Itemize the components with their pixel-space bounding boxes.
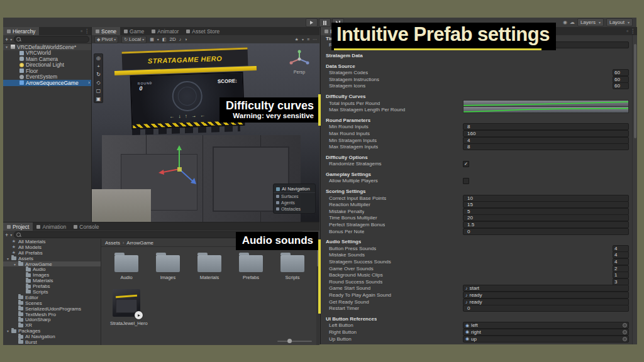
inspector-row[interactable]: Time Bonus Multiplier 20 [321, 215, 633, 222]
hierarchy-item[interactable]: EventSystem [3, 74, 91, 80]
more-menu-icon[interactable]: ⋯ [313, 37, 317, 42]
transform-gizmo[interactable] [158, 144, 202, 190]
property-value-field[interactable]: 15 [463, 201, 629, 208]
folder-item[interactable]: Audio [110, 253, 143, 280]
chevron-down-icon[interactable]: ▾ [10, 37, 12, 41]
view-tab[interactable]: Animator [148, 27, 182, 35]
bottom-tab[interactable]: Project [3, 222, 33, 231]
view-orientation-gizmo[interactable]: Persp [288, 50, 311, 74]
effects-icon[interactable]: ★ [295, 37, 299, 42]
property-value-field[interactable]: ♪ ready [463, 292, 629, 299]
project-tree-item[interactable]: Burst [3, 339, 101, 345]
panel-menu-icon[interactable]: ⋮ [630, 28, 635, 34]
property-value-field[interactable]: 0 [463, 305, 629, 312]
scene-viewport[interactable]: STRATAGAME HERO ROUND 0 SCORE: ← ↓ ↑ → ← [92, 43, 319, 222]
project-tree-item[interactable]: ▾ Assets [3, 256, 101, 261]
hierarchy-item[interactable]: ArrowSequenceGame › [3, 80, 91, 86]
view-tab[interactable]: Game [120, 27, 148, 35]
inspector-row[interactable]: Reaction Multiplier 15 [321, 201, 633, 208]
scene-tool-button[interactable] [94, 70, 103, 79]
lock-icon[interactable]: ▫ [80, 28, 82, 34]
property-value-field[interactable]: 5 [463, 208, 629, 215]
audio-toggle-icon[interactable]: ♪ [179, 37, 182, 41]
hierarchy-search-input[interactable] [14, 36, 89, 43]
create-asset-button[interactable]: + [5, 232, 8, 238]
bottom-tab[interactable]: Console [70, 222, 103, 231]
inspector-row[interactable]: Difficulty Curves [321, 93, 633, 100]
layout-dropdown[interactable]: Layout▾ [606, 18, 633, 26]
hierarchy-item[interactable]: Directional Light [3, 62, 91, 69]
expand-arrow[interactable]: ▾ [7, 329, 11, 333]
inspector-row[interactable]: Game Over Sounds 2 [321, 265, 633, 272]
curve-field[interactable] [463, 106, 629, 113]
expand-arrow[interactable]: ▾ [7, 256, 11, 261]
inspector-row[interactable]: Mistake Penalty 5 [321, 208, 633, 215]
project-tree-item[interactable]: XR [3, 322, 101, 328]
scene-tool-button[interactable] [94, 62, 103, 70]
inspector-row[interactable]: Audio Settings [321, 238, 633, 245]
inspector-row[interactable]: Perfect Stratagem Bonus 1.5 [321, 221, 633, 228]
inspector-row[interactable]: Data Source [321, 63, 633, 70]
inspector-row[interactable]: Total Inputs Per Round [321, 100, 633, 107]
inspector-row[interactable]: Background Music Clips 1 [321, 272, 633, 278]
project-tree-item[interactable]: ▾ Packages [3, 328, 101, 334]
inspector-scrollbar[interactable] [632, 35, 637, 344]
inspector-row[interactable]: Correct Input Base Points 10 [321, 195, 633, 202]
breadcrumb-root[interactable]: Assets [105, 240, 120, 246]
ai-navigation-option[interactable]: Agents [274, 199, 315, 206]
cloud-icon[interactable]: ☁ [570, 19, 575, 25]
project-tree-item[interactable]: SerializedUdonPrograms [3, 306, 101, 312]
inspector-row[interactable]: Stratagem Codes 60 [321, 69, 633, 76]
gizmos-menu-icon[interactable]: ≡ [307, 37, 309, 41]
property-value-field[interactable]: ♪ start [463, 285, 629, 292]
inspector-row[interactable]: Difficulty Options [321, 154, 633, 161]
property-value-field[interactable]: 4 [463, 137, 629, 144]
inspector-row[interactable]: Randomize Stratagems [321, 161, 633, 168]
project-tree-item[interactable]: TextMesh Pro [3, 312, 101, 317]
array-size-field[interactable]: 4 [613, 251, 629, 258]
property-value-field[interactable]: 1.5 [463, 221, 629, 228]
snap-icon[interactable]: ◧ [162, 37, 167, 42]
folder-item[interactable]: Scripts [276, 253, 309, 280]
scene-tool-button[interactable] [94, 87, 103, 95]
project-tree-item[interactable]: Audio [3, 266, 101, 272]
inspector-row[interactable]: Max Stratagem Inputs 8 [321, 143, 633, 150]
hierarchy-item[interactable]: VRCWorld [3, 50, 91, 57]
hierarchy-item[interactable]: Floor [3, 68, 91, 74]
array-size-field[interactable]: 4 [613, 245, 629, 252]
array-size-field[interactable]: 60 [613, 76, 629, 83]
property-value-field[interactable]: ◉ up [463, 336, 629, 343]
scene-tool-button[interactable] [94, 95, 103, 102]
property-value-field[interactable]: 8 [463, 123, 629, 130]
handle-rotation-button[interactable]: ↻Local▾ [121, 36, 147, 43]
ai-navigation-option[interactable]: Obstacles [274, 206, 315, 212]
pause-button[interactable] [319, 18, 331, 27]
inspector-row[interactable]: UI Button References [321, 315, 633, 322]
persp-label[interactable]: Persp [288, 70, 311, 74]
play-button[interactable] [306, 18, 318, 27]
prefab-preview-play-button[interactable] [135, 311, 143, 319]
inspector-row[interactable]: Stratagem Success Sounds 4 [321, 258, 633, 265]
thumbnail-zoom-slider[interactable] [277, 341, 312, 342]
inspector-row[interactable]: Button Press Sounds 4 [321, 245, 633, 252]
checkbox[interactable] [463, 161, 469, 167]
expand-arrow[interactable]: ▾ [6, 45, 11, 49]
array-size-field[interactable]: 60 [613, 82, 629, 89]
inspector-row[interactable]: Round Success Sounds 3 [321, 278, 633, 285]
property-value-field[interactable]: 8 [463, 143, 629, 150]
hierarchy-item[interactable]: ▾ VRCDefaultWorldScene* [3, 44, 91, 50]
inspector-row[interactable]: Stratagem Data [321, 52, 633, 59]
chevron-down-icon[interactable]: ▾ [10, 233, 12, 237]
inspector-row[interactable]: Scoring Settings [321, 188, 633, 195]
view-tab[interactable]: Scene [92, 27, 120, 35]
array-size-field[interactable]: 4 [613, 258, 629, 265]
project-tree-item[interactable]: Materials [3, 278, 101, 283]
inspector-row[interactable]: Mistake Sounds 4 [321, 252, 633, 259]
property-value-field[interactable]: 20 [463, 214, 629, 221]
inspector-row[interactable]: Allow Multiple Players [321, 178, 633, 185]
inspector-row[interactable]: Max Stratagem Length Per Round [321, 106, 633, 113]
property-value-field[interactable]: ♪ ready [463, 299, 629, 305]
add-object-button[interactable]: + [5, 36, 8, 43]
view-tab[interactable]: Asset Store [182, 27, 223, 35]
inspector-row[interactable]: Stratagem Instructions 60 [321, 76, 633, 83]
